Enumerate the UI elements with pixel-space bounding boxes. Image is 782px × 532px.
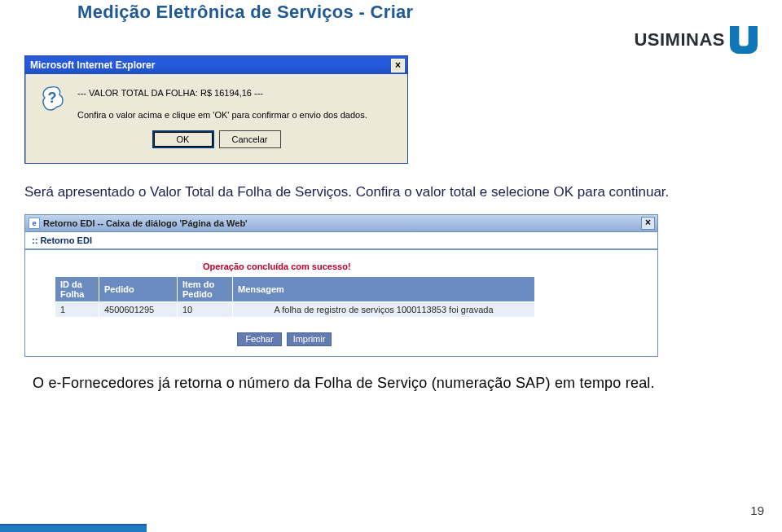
svg-text:?: ?: [48, 90, 57, 106]
col-item-header: Item do Pedido: [178, 276, 233, 301]
table-row: 1 4500601295 10 A folha de registro de s…: [55, 301, 535, 317]
logo-text: USIMINAS: [634, 29, 725, 51]
cancel-button[interactable]: Cancelar: [219, 130, 281, 148]
summary-text: O e-Fornecedores já retorna o número da …: [33, 375, 749, 392]
success-message: Operação concluída com sucesso!: [203, 262, 657, 271]
retorno-edi-dialog: e Retorno EDI -- Caixa de diálogo 'Págin…: [24, 214, 658, 357]
page-number: 19: [750, 503, 764, 517]
page-icon: e: [29, 218, 40, 229]
imprimir-button[interactable]: Imprimir: [287, 332, 332, 346]
fechar-button[interactable]: Fechar: [237, 332, 282, 346]
ie-confirm-dialog: Microsoft Internet Explorer × ? --- VALO…: [24, 55, 408, 164]
cell-pedido: 4500601295: [99, 301, 178, 317]
cell-mensagem: A folha de registro de serviços 10001138…: [233, 301, 535, 317]
col-id-header: ID da Folha: [55, 276, 99, 301]
col-mensagem-header: Mensagem: [233, 276, 535, 301]
ok-button[interactable]: OK: [152, 130, 214, 148]
retorno-edi-label: :: Retorno EDI: [25, 232, 657, 250]
instruction-text: Será apresentado o Valor Total da Folha …: [24, 182, 758, 203]
cell-item: 10: [178, 301, 233, 317]
ie-message-confirm: Confira o valor acima e clique em 'OK' p…: [77, 108, 367, 123]
col-pedido-header: Pedido: [99, 276, 178, 301]
ie-title-text: Microsoft Internet Explorer: [30, 59, 155, 71]
question-icon: ?: [40, 86, 66, 112]
close-icon[interactable]: ×: [391, 59, 405, 73]
ie-message-total: --- VALOR TOTAL DA FOLHA: R$ 16194,16 --…: [77, 86, 367, 101]
footer-bar: [0, 524, 147, 532]
cell-id: 1: [55, 301, 99, 317]
logo: USIMINAS: [634, 24, 759, 55]
result-table: ID da Folha Pedido Item do Pedido Mensag…: [55, 276, 535, 318]
page-title: Medição Eletrônica de Serviços - Criar: [77, 0, 782, 23]
close-icon[interactable]: ×: [641, 217, 655, 230]
logo-u-icon: [728, 24, 759, 55]
web-dialog-title: Retorno EDI -- Caixa de diálogo 'Página …: [43, 218, 248, 228]
